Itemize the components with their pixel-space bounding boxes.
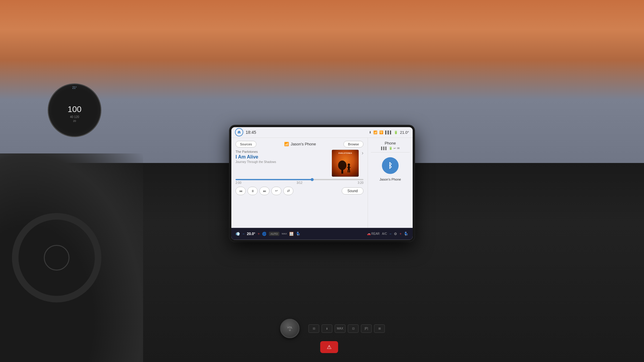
album-art: PARLOTONES — [332, 150, 359, 176]
steering-wheel — [12, 213, 101, 302]
bluetooth-source: 📶 Jason's Phone — [284, 142, 316, 146]
time-display: 18:45 — [246, 130, 366, 135]
gauge-temp: 21° — [72, 86, 77, 90]
battery-icon: 🔋 — [394, 130, 398, 134]
hazard-icon: ⚠ — [327, 344, 332, 350]
shuffle-icon: ⇄ — [287, 189, 290, 193]
download-icon: ⬇ — [369, 130, 371, 134]
phys-btn-2[interactable]: 🌡 — [322, 324, 332, 333]
bluetooth-device-icon[interactable]: ᛒ — [382, 157, 399, 174]
phys-icon-6: ⊞ — [378, 327, 381, 330]
artist-name: The Parlotones — [236, 150, 329, 153]
physical-buttons: ⊟ 🌡 MAX ⊡ |P| ⊞ — [309, 324, 385, 333]
power-symbol: ⏻ — [287, 329, 292, 331]
rear-label: 🚗 REAR — [367, 232, 380, 235]
phone-msg-icon: ✉ — [397, 146, 400, 150]
svg-point-2 — [348, 163, 350, 166]
phys-icon-3: MAX — [337, 327, 343, 330]
time-labels: 2:00 3/12 3:20 — [236, 181, 363, 184]
prev-button[interactable]: ⏮ — [236, 187, 246, 195]
physical-controls-row: VOL ⏻ ⊟ 🌡 MAX ⊡ |P| ⊞ — [280, 319, 385, 338]
prev-icon: ⏮ — [239, 189, 242, 192]
ac-label[interactable]: A/C — [382, 232, 387, 235]
svg-rect-3 — [348, 166, 350, 170]
temp-right-minus[interactable]: − — [389, 232, 391, 236]
bluetooth-source-name: Jason's Phone — [291, 142, 316, 146]
phone-header: Phone ▌▌▌ 🔋 ↩ ✉ — [381, 141, 399, 150]
airflow-icon: 🌀 — [262, 232, 267, 236]
phys-btn-6[interactable]: ⊞ — [374, 324, 385, 333]
phone-bt-icon: ↩ — [394, 146, 396, 150]
phone-panel: Phone ▌▌▌ 🔋 ↩ ✉ ᛒ Jason's Phone — [368, 138, 413, 228]
phys-icon-1: ⊟ — [313, 327, 315, 330]
progress-area[interactable]: 2:00 3/12 3:20 — [236, 179, 363, 184]
repeat-button[interactable]: ↩ — [271, 187, 281, 195]
pause-icon: ⏸ — [251, 189, 254, 192]
controls-left: ⏮ ⏸ ⏭ ↩ ⇄ — [236, 187, 293, 195]
bars-icon: ▌▌▌ — [385, 130, 392, 134]
phys-btn-5[interactable]: |P| — [361, 324, 372, 333]
auto-label[interactable]: AUTO — [269, 232, 279, 236]
phone-title: Phone — [381, 141, 399, 145]
track-info: The Parlotones I Am Alive Journey Throug… — [236, 150, 329, 163]
svg-rect-6 — [348, 170, 349, 172]
temp-left-minus[interactable]: − — [242, 232, 244, 236]
track-title: I Am Alive — [236, 154, 329, 159]
phys-icon-4: ⊡ — [352, 327, 354, 330]
progress-track[interactable] — [236, 179, 363, 180]
temp-display: 21.0° — [400, 130, 409, 134]
progress-thumb — [311, 178, 314, 181]
music-panel: Sources 📶 Jason's Phone Browse The Parlo… — [231, 138, 368, 228]
album-silhouette — [336, 159, 354, 174]
status-icons: ⬇ 📶 🛜 ▌▌▌ 🔋 21.0° — [369, 130, 409, 134]
seat-right-icon: 💺 — [404, 232, 408, 236]
steering-area — [0, 153, 143, 362]
signal-icon: 📶 — [373, 130, 377, 134]
playback-controls: ⏮ ⏸ ⏭ ↩ ⇄ — [236, 187, 363, 195]
phys-btn-4[interactable]: ⊡ — [348, 324, 359, 333]
wifi-icon: 🛜 — [379, 130, 383, 134]
volume-knob[interactable]: VOL ⏻ — [280, 319, 300, 338]
svg-rect-7 — [349, 170, 350, 172]
next-button[interactable]: ⏭ — [259, 187, 270, 195]
album-art-label: PARLOTONES — [338, 152, 352, 154]
home-icon — [237, 130, 241, 134]
vol-label: VOL ⏻ — [287, 326, 292, 331]
time-end: 3:20 — [358, 181, 363, 184]
album-name: Journey Through the Shadows — [236, 160, 329, 163]
temp-left-value: 20.0° — [247, 232, 255, 236]
infotainment-screen: 18:45 ⬇ 📶 🛜 ▌▌▌ 🔋 21.0° Sources 📶 Jason — [230, 125, 414, 241]
next-track-chevron[interactable]: › — [362, 150, 363, 156]
phone-status-icons: ▌▌▌ 🔋 ↩ ✉ — [381, 146, 399, 150]
main-content: Sources 📶 Jason's Phone Browse The Parlo… — [231, 138, 413, 228]
hazard-button[interactable]: ⚠ — [320, 341, 338, 353]
svg-rect-5 — [349, 167, 351, 167]
fan-icon: 💨 — [236, 232, 240, 236]
phys-btn-1[interactable]: ⊟ — [309, 324, 319, 333]
seat-heat-icon: 💺 — [296, 232, 301, 236]
sources-button[interactable]: Sources — [236, 141, 256, 147]
phone-device-name: Jason's Phone — [380, 177, 401, 181]
climate-bar: 💨 − 20.0° + 🌀 AUTO MAX 🪟 💺 🚗 REAR A/C − … — [231, 228, 413, 240]
temp-right-plus[interactable]: + — [400, 232, 402, 236]
svg-rect-1 — [341, 169, 343, 173]
phone-signal-icon: ▌▌▌ — [381, 146, 387, 150]
bluetooth-icon: 📶 — [284, 142, 289, 146]
pause-button[interactable]: ⏸ — [247, 187, 258, 195]
browse-button[interactable]: Browse — [343, 141, 363, 147]
progress-fill — [236, 179, 312, 180]
time-start: 2:00 — [236, 181, 241, 184]
rear-icon: 🚗 — [367, 232, 371, 235]
top-controls-row: Sources 📶 Jason's Phone Browse — [236, 141, 363, 147]
shuffle-button[interactable]: ⇄ — [283, 187, 293, 195]
track-area: The Parlotones I Am Alive Journey Throug… — [236, 150, 363, 176]
fan-speed-icon: ⚙ — [394, 232, 397, 236]
home-button[interactable] — [235, 128, 243, 136]
status-bar: 18:45 ⬇ 📶 🛜 ▌▌▌ 🔋 21.0° — [231, 127, 413, 138]
sound-button[interactable]: Sound — [342, 187, 363, 194]
temp-left-plus[interactable]: + — [258, 232, 260, 236]
phys-icon-2: 🌡 — [326, 327, 329, 330]
max-label: MAX — [282, 232, 287, 235]
phys-btn-3[interactable]: MAX — [335, 324, 346, 333]
speedometer: 21° 100 40 120 20 — [48, 83, 101, 137]
